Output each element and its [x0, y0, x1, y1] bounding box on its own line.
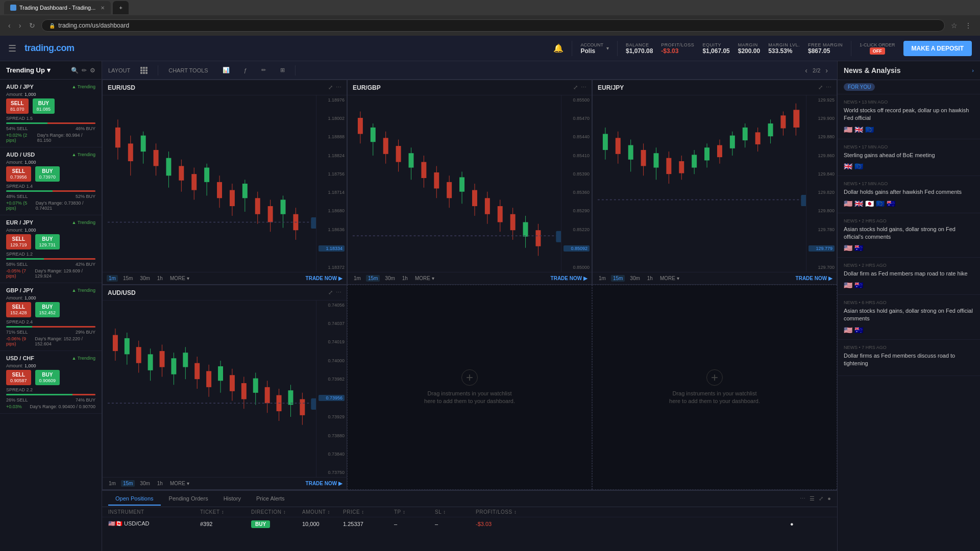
settings-icon[interactable]: ⚙ [90, 67, 95, 74]
draw-btn[interactable]: ✏ [257, 65, 270, 76]
instrument-card-0: AUD / JPY ▲ Trending Amount: 1,000 SELL8… [0, 80, 102, 147]
next-page-btn[interactable]: › [822, 65, 831, 76]
tf-15m[interactable]: 15m [121, 480, 135, 487]
bottom-list-btn[interactable]: ☰ [810, 495, 815, 502]
add-chart-panel-1[interactable]: + Drag instruments in your watchlist her… [347, 285, 592, 490]
tf-1m[interactable]: 1m [107, 480, 118, 487]
chart-footer-eurjpy: 1m 15m 30m 1h MORE ▾ TRADE NOW ▶ [593, 272, 837, 284]
expand-btn-eurgbp[interactable]: ⤢ [573, 84, 578, 91]
forward-btn[interactable]: › [17, 19, 23, 32]
svg-rect-93 [768, 123, 773, 136]
settings-btn[interactable]: ⋮ [963, 19, 974, 32]
lock-icon: 🔒 [49, 23, 55, 29]
chart-tools-label[interactable]: CHART TOOLS [164, 65, 212, 76]
tab-price-alerts[interactable]: Price Alerts [249, 492, 292, 506]
sell-btn-3[interactable]: SELL152.428 [6, 302, 31, 317]
chart-type-btn[interactable]: 📊 [218, 65, 234, 76]
bottom-circle-btn[interactable]: ● [827, 495, 831, 502]
menu-btn-audusd[interactable]: ⋯ [336, 289, 341, 296]
account-section[interactable]: ACCOUNT Polis ▾ [580, 42, 609, 55]
news-filter-foryou[interactable]: FOR YOU [844, 83, 875, 91]
edit-icon[interactable]: ✏ [82, 67, 87, 74]
tf-30m[interactable]: 30m [383, 275, 397, 282]
tf-1m[interactable]: 1m [107, 275, 118, 282]
news-item-5[interactable]: NEWS • 6 HRS AGO Asian stocks hold gains… [838, 295, 980, 340]
tf-30m[interactable]: 30m [138, 480, 152, 487]
trade-now-eurjpy[interactable]: TRADE NOW ▶ [796, 276, 832, 281]
buy-btn-2[interactable]: BUY129.731 [35, 234, 60, 249]
sell-btn-1[interactable]: SELL0.73956 [6, 166, 31, 182]
tab-open-positions[interactable]: Open Positions [108, 492, 161, 506]
tf-30m[interactable]: 30m [628, 275, 642, 282]
news-item-3[interactable]: NEWS • 2 HRS AGO Asian stocks hold gains… [838, 213, 980, 258]
back-btn[interactable]: ‹ [6, 19, 13, 32]
expand-btn-eurjpy[interactable]: ⤢ [818, 84, 823, 91]
sell-btn-0[interactable]: SELL81.070 [6, 98, 29, 114]
prev-page-btn[interactable]: ‹ [802, 65, 811, 76]
trending-label: Trending Up ▾ [6, 66, 51, 74]
make-deposit-btn[interactable]: MAKE A DEPOSIT [903, 41, 972, 56]
trade-now-eurusd[interactable]: TRADE NOW ▶ [306, 276, 342, 281]
news-item-6[interactable]: NEWS • 7 HRS AGO Dollar firms as Fed mem… [838, 340, 980, 377]
bookmark-btn[interactable]: ☆ [949, 19, 960, 32]
notification-btn[interactable]: 🔔 [553, 43, 564, 53]
more-tools-btn[interactable]: ⊞ [276, 65, 289, 76]
tf-1h[interactable]: 1h [155, 275, 165, 282]
buy-btn-1[interactable]: BUY0.73970 [35, 166, 60, 182]
grid-view-btn[interactable] [136, 65, 152, 76]
menu-btn-eurusd[interactable]: ⋯ [336, 84, 341, 91]
news-headline-4: Dollar firm as Fed members map road to r… [844, 270, 974, 278]
search-icon[interactable]: 🔍 [71, 67, 79, 74]
margin-lvl-stat: MARGIN LVL. 533.53% [768, 42, 800, 55]
menu-btn-eurjpy[interactable]: ⋯ [826, 84, 831, 91]
tf-1h[interactable]: 1h [155, 480, 165, 487]
one-click-order[interactable]: 1-CLICK ORDER OFF [860, 42, 895, 55]
address-bar[interactable]: 🔒 trading.com/us/dashboard [41, 19, 945, 32]
news-item-2[interactable]: NEWS • 17 MIN AGO Dollar holds gains aft… [838, 176, 980, 213]
instrument-name-3: GBP / JPY [6, 287, 34, 293]
tf-1h[interactable]: 1h [400, 275, 410, 282]
row-circle[interactable]: ● [790, 521, 831, 527]
news-item-0[interactable]: NEWS • 13 MIN AGO World stocks off recor… [838, 94, 980, 139]
trade-now-eurgbp[interactable]: TRADE NOW ▶ [551, 276, 587, 281]
new-tab[interactable]: + [113, 1, 128, 14]
news-more-link[interactable]: › [972, 67, 974, 73]
sell-btn-2[interactable]: SELL129.719 [6, 234, 31, 249]
active-tab[interactable]: Trading Dashboard - Trading... ✕ [4, 1, 111, 14]
svg-rect-102 [113, 335, 118, 351]
sell-btn-4[interactable]: SELL0.90587 [6, 370, 31, 385]
bottom-expand-btn[interactable]: ⤢ [819, 495, 823, 502]
tf-1m[interactable]: 1m [597, 275, 608, 282]
menu-btn[interactable]: ☰ [8, 43, 16, 54]
tab-history[interactable]: History [216, 492, 248, 506]
tf-more[interactable]: MORE ▾ [168, 480, 191, 487]
tf-more[interactable]: MORE ▾ [658, 275, 681, 282]
refresh-btn[interactable]: ↻ [27, 19, 37, 32]
tf-more[interactable]: MORE ▾ [168, 275, 191, 282]
tf-30m[interactable]: 30m [138, 275, 152, 282]
order-toggle[interactable]: OFF [870, 47, 885, 55]
expand-btn-audusd[interactable]: ⤢ [328, 289, 333, 296]
tf-15m[interactable]: 15m [121, 275, 135, 282]
news-item-4[interactable]: NEWS • 2 HRS AGO Dollar firm as Fed memb… [838, 258, 980, 294]
expand-btn-eurusd[interactable]: ⤢ [328, 84, 333, 91]
tf-15m[interactable]: 15m [611, 275, 625, 282]
buy-btn-0[interactable]: BUY81.085 [33, 98, 55, 114]
tab-close[interactable]: ✕ [101, 5, 105, 11]
tf-more[interactable]: MORE ▾ [413, 275, 436, 282]
news-item-1[interactable]: NEWS • 17 MIN AGO Sterling gains ahead o… [838, 139, 980, 176]
chart-pair-eurjpy: EUR/JPY [598, 84, 624, 91]
buy-btn-4[interactable]: BUY0.90609 [35, 370, 60, 385]
tf-1m[interactable]: 1m [352, 275, 363, 282]
buy-btn-3[interactable]: BUY152.452 [35, 302, 60, 317]
trade-now-audusd[interactable]: TRADE NOW ▶ [306, 481, 342, 486]
tf-15m[interactable]: 15m [366, 275, 380, 282]
toolbar: LAYOUT CHART TOOLS 📊 ƒ ✏ ⊞ ‹ [102, 61, 837, 80]
tf-1h[interactable]: 1h [645, 275, 655, 282]
chart-timeframes-eurjpy: 1m 15m 30m 1h MORE ▾ [597, 275, 681, 282]
add-chart-panel-2[interactable]: + Drag instruments in your watchlist her… [592, 285, 837, 490]
indicator-btn[interactable]: ƒ [240, 65, 251, 76]
menu-btn-eurgbp[interactable]: ⋯ [581, 84, 586, 91]
tab-pending-orders[interactable]: Pending Orders [162, 492, 215, 506]
bottom-menu-btn[interactable]: ⋯ [800, 495, 805, 502]
